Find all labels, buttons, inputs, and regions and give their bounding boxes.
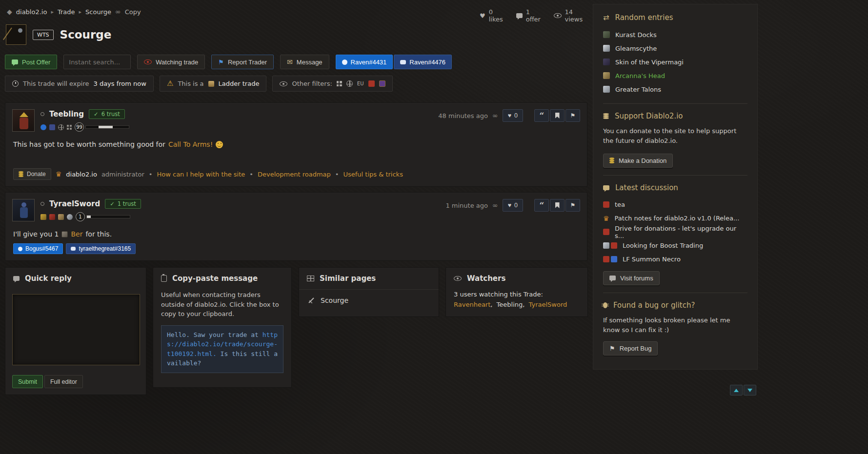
notices-row: This trade will expire 3 days from now ⚠… [5,76,393,92]
discordtag-button[interactable]: tyraelthegreat#3165 [66,243,136,254]
pages-grid-icon [307,276,314,281]
report-bug-button[interactable]: ⚑ Report Bug [603,341,658,355]
breadcrumb-page[interactable]: Scourge [85,8,111,16]
topic-icon-pair [603,256,617,262]
permalink-icon[interactable]: ∞ [492,201,498,209]
report-trader-button[interactable]: ⚑ Report Trader [211,55,274,69]
trust-badge[interactable]: ✓ 6 trust [89,109,125,119]
avatar[interactable] [12,109,35,132]
bug-title: Found a bug or glitch? [613,301,695,310]
item-image[interactable] [6,24,26,45]
reply-textarea[interactable] [12,294,140,365]
entry-icon [603,45,610,52]
report-post-button[interactable]: ⚑ [565,109,580,122]
quote-button[interactable]: “ [534,109,549,122]
ladder-notice: ⚠ This is a Ladder trade [160,76,267,92]
scroll-up-button[interactable] [730,385,743,395]
random-entry-vipermagi[interactable]: Skin of the Vipermagi [603,55,747,69]
region-label: EU [357,81,364,86]
trust-label: 6 trust [101,111,120,118]
discordtag-button[interactable]: Raven#4476 [394,55,452,69]
rune-link[interactable]: Ber [71,230,82,238]
breadcrumb-site[interactable]: diablo2.io [16,8,47,16]
watching-trade-button[interactable]: Watching trade [137,55,205,69]
similar-page-link[interactable]: Scourge [299,290,439,311]
permalink-icon[interactable]: ∞ [492,112,498,119]
full-editor-button[interactable]: Full editor [44,375,83,388]
message-button[interactable]: ✉ Message [280,55,329,69]
watchers-eye-icon [454,276,462,281]
author-name[interactable]: TyraelSword [49,199,100,208]
topic-icon [611,256,617,262]
scourge-item-icon [308,297,315,304]
hardcore-icon [368,80,375,87]
discussion-item-tea[interactable]: tea [603,198,747,212]
comma: , [523,301,525,308]
trade-header: WTS Scourge [6,24,111,45]
avatar[interactable] [12,199,35,221]
scroll-down-button[interactable] [744,385,756,395]
discussion-item-patch-notes[interactable]: ♛ Patch notes for diablo2.io v1.0 (Relea… [603,212,747,225]
roadmap-link[interactable]: Development roadmap [258,171,331,178]
entry-label: Skin of the Vipermagi [615,59,684,66]
random-entry-gleamscythe[interactable]: Gleamscythe [603,41,747,55]
coins-icon [603,113,609,115]
donate-button[interactable]: Donate [13,168,51,180]
site-logo-icon: ◆ [7,8,12,16]
support-title: Support Diablo2.io [615,112,683,120]
discord-icon [400,60,406,64]
help-link[interactable]: How can I help with the site [157,171,245,178]
report-post-button[interactable]: ⚑ [565,199,580,212]
submit-button[interactable]: Submit [12,375,43,388]
support-header: Support Diablo2.io [603,112,747,120]
comma: , [490,301,492,308]
bookmark-button[interactable] [550,199,565,212]
views-eye-icon [554,13,562,18]
copy-link-label[interactable]: Copy [125,8,141,16]
random-entry-greater-talons[interactable]: Greater Talons [603,82,747,96]
badge-icon [58,214,64,220]
watcher-link[interactable]: Teebling [497,301,523,308]
bookmark-button[interactable] [550,109,565,122]
bookmark-icon [555,113,560,118]
trust-badge[interactable]: ✓ 1 trust [105,199,141,209]
envelope-icon: ✉ [287,58,293,66]
watcher-link[interactable]: TyraelSword [529,301,567,308]
divider [603,103,747,104]
discussion-item-lf-summon-necro[interactable]: LF Summon Necro [603,253,747,266]
similar-pages-title: Similar pages [320,274,376,283]
like-button[interactable]: ♥ 0 [503,199,523,212]
random-entry-arcannas-head[interactable]: Arcanna's Head [603,69,747,82]
instant-search-input[interactable] [63,55,131,69]
experience-bar [86,215,130,218]
like-button[interactable]: ♥ 0 [503,109,523,122]
watcher-link[interactable]: Ravenheart [454,301,490,308]
copy-paste-snippet[interactable]: Hello. Saw your trade at https://diablo2… [161,325,283,373]
ladder-strong: Ladder trade [219,80,260,87]
item-link[interactable]: Call To Arms! [168,140,213,148]
post-offer-button[interactable]: Post Offer [5,55,57,69]
post-message: I'll give you 1 Ber for this. [13,230,579,238]
heart-icon: ♥ [508,112,511,119]
random-entry-kurast-docks[interactable]: Kurast Docks [603,28,747,41]
breadcrumb-trade[interactable]: Trade [58,8,75,16]
trade-type-badge: WTS [33,30,54,40]
copy-link-icon[interactable]: ∞ [115,8,121,16]
level-badge: 1 [76,212,85,221]
bug-icon [603,302,607,308]
watchers-panel: Watchers 3 users watching this Trade: Ra… [445,267,588,317]
watching-label: Watching trade [156,59,198,66]
discussion-item-donations-drive[interactable]: Drive for donations - let's upgrade our … [603,225,747,239]
clock-icon [12,80,19,87]
battletag-button[interactable]: Bogus#5467 [13,243,63,254]
trust-label: 1 trust [118,200,136,207]
discussion-item-boost-trading[interactable]: Looking for Boost Trading [603,239,747,253]
make-donation-button[interactable]: Make a Donation [603,154,673,168]
visit-forums-button[interactable]: Visit forums [603,271,660,285]
badge-icon [67,214,73,220]
quote-button[interactable]: “ [534,199,549,212]
battletag-button[interactable]: Raven#4431 [336,55,393,69]
author-name[interactable]: Teebling [49,110,84,118]
tips-link[interactable]: Useful tips & tricks [343,171,403,178]
panel-title: Similar pages [299,268,439,290]
